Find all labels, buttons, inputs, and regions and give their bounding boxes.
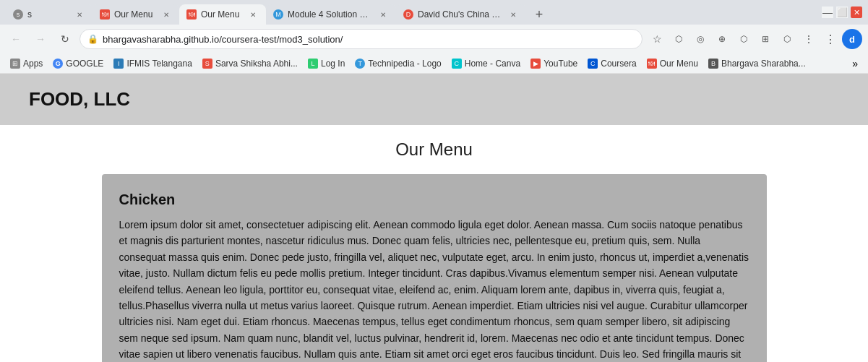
bookmark-label-apps: Apps [23, 59, 43, 69]
tab-favicon-ourmenu2: 🍽 [186, 9, 197, 20]
site-title: FOOD, LLC [29, 88, 839, 111]
bookmark-ifmis[interactable]: I IFMIS Telangana [109, 57, 197, 70]
address-bar[interactable]: 🔒 bhargavasharabha.github.io/coursera-te… [80, 29, 643, 49]
extension-icon-6[interactable]: ⬡ [777, 29, 797, 49]
tab-david[interactable]: D David Chu's China Bistro ✕ [396, 4, 526, 25]
tab-ourmenu1[interactable]: 🍽 Our Menu ✕ [93, 4, 179, 25]
bookmark-login[interactable]: L Log In [304, 57, 349, 70]
tab-label-s: s [27, 9, 69, 20]
extensions-button[interactable]: ⋮ [799, 29, 819, 49]
tab-strip: s s ✕ 🍽 Our Menu ✕ 🍽 Our Menu ✕ M Module… [6, 0, 816, 25]
bookmark-favicon-youtube: ▶ [530, 59, 541, 69]
bookmark-favicon-bhargava: B [708, 59, 718, 69]
forward-button[interactable]: → [30, 29, 51, 49]
maximize-button[interactable]: ⬜ [836, 7, 848, 18]
bookmark-canva[interactable]: C Home - Canva [447, 57, 525, 70]
bookmark-label-bhargava: Bhargava Sharabha... [721, 59, 806, 69]
main-content: Our Menu Chicken Lorem ipsum dolor sit a… [73, 125, 796, 362]
title-bar: s s ✕ 🍽 Our Menu ✕ 🍽 Our Menu ✕ M Module… [0, 0, 868, 25]
menu-section-chicken: Chicken Lorem ipsum dolor sit amet, cons… [102, 174, 767, 362]
new-tab-button[interactable]: + [529, 4, 549, 25]
extension-icon-3[interactable]: ⊕ [712, 29, 732, 49]
close-icon: ✕ [854, 8, 860, 17]
page-content: FOOD, LLC Our Menu Chicken Lorem ipsum d… [0, 74, 868, 362]
chicken-heading: Chicken [119, 191, 749, 208]
site-header: FOOD, LLC [0, 74, 868, 125]
more-menu-button[interactable]: ⋮ [820, 29, 841, 49]
bookmark-label-technipedia: Technipedia - Logo [368, 59, 441, 69]
tab-favicon-m4: M [273, 9, 283, 20]
bookmark-coursera[interactable]: C Coursera [583, 57, 640, 70]
bookmark-google[interactable]: G GOOGLE [48, 57, 108, 70]
bookmark-sarva[interactable]: S Sarva Shiksha Abhi... [198, 57, 302, 70]
bookmark-favicon-coursera: C [588, 59, 598, 69]
tab-label-m4: Module 4 Solution Starter [288, 9, 373, 20]
bookmark-favicon-google: G [53, 59, 63, 69]
lock-icon: 🔒 [87, 34, 98, 44]
bookmark-ourmenu[interactable]: 🍽 Our Menu [643, 57, 702, 70]
tab-close-david[interactable]: ✕ [507, 9, 519, 20]
bookmark-label-ifmis: IFMIS Telangana [126, 59, 192, 69]
minimize-button[interactable]: — [822, 7, 833, 18]
bookmark-favicon-login: L [308, 59, 318, 69]
extension-icon-2[interactable]: ◎ [690, 29, 710, 49]
bookmark-favicon-apps: ⊞ [10, 59, 20, 69]
bookmark-label-sarva: Sarva Shiksha Abhi... [215, 59, 298, 69]
bookmark-label-google: GOOGLE [66, 59, 103, 69]
tab-favicon-ourmenu1: 🍽 [100, 9, 110, 20]
tab-label-ourmenu2: Our Menu [201, 9, 243, 20]
tab-s[interactable]: s s ✕ [6, 4, 93, 25]
bookmark-favicon-technipedia: T [355, 59, 365, 69]
tab-close-m4[interactable]: ✕ [377, 9, 389, 20]
tab-favicon-s: s [13, 9, 23, 20]
bookmark-label-coursera: Coursera [601, 59, 636, 69]
bookmark-label-ourmenu: Our Menu [660, 59, 698, 69]
bookmark-apps[interactable]: ⊞ Apps [6, 57, 47, 70]
bookmark-star-button[interactable]: ☆ [647, 29, 667, 49]
bookmark-label-login: Log In [321, 59, 345, 69]
tab-close-ourmenu2[interactable]: ✕ [247, 9, 259, 20]
bookmark-bhargava[interactable]: B Bhargava Sharabha... [704, 57, 810, 70]
bookmark-favicon-ourmenu: 🍽 [647, 59, 657, 69]
back-button[interactable]: ← [6, 29, 26, 49]
close-button[interactable]: ✕ [851, 7, 862, 18]
bookmark-label-canva: Home - Canva [465, 59, 520, 69]
nav-icons: ☆ ⬡ ◎ ⊕ ⬡ ⊞ ⬡ ⋮ ⋮ d [647, 29, 862, 49]
address-text: bhargavasharabha.github.io/coursera-test… [103, 34, 635, 45]
tab-label-david: David Chu's China Bistro [418, 9, 503, 20]
bookmark-favicon-ifmis: I [113, 59, 124, 69]
bookmark-favicon-canva: C [452, 59, 462, 69]
browser-chrome: s s ✕ 🍽 Our Menu ✕ 🍽 Our Menu ✕ M Module… [0, 0, 868, 74]
nav-bar: ← → ↻ 🔒 bhargavasharabha.github.io/cours… [0, 25, 868, 53]
bookmarks-bar: ⊞ Apps G GOOGLE I IFMIS Telangana S Sarv… [0, 53, 868, 74]
extension-icon-5[interactable]: ⊞ [755, 29, 775, 49]
tab-m4[interactable]: M Module 4 Solution Starter ✕ [266, 4, 396, 25]
extension-icon-4[interactable]: ⬡ [734, 29, 754, 49]
tab-ourmenu2[interactable]: 🍽 Our Menu ✕ [179, 4, 266, 25]
bookmark-youtube[interactable]: ▶ YouTube [526, 57, 582, 70]
tab-close-s[interactable]: ✕ [74, 9, 85, 20]
extension-icon-1[interactable]: ⬡ [669, 29, 689, 49]
bookmarks-more-button[interactable]: » [848, 56, 862, 71]
chicken-body: Lorem ipsum dolor sit amet, consectetuer… [119, 217, 749, 362]
tab-close-ourmenu1[interactable]: ✕ [160, 9, 172, 20]
reload-button[interactable]: ↻ [55, 29, 75, 49]
bookmark-technipedia[interactable]: T Technipedia - Logo [351, 57, 445, 70]
tab-favicon-david: D [403, 9, 413, 20]
menu-title: Our Menu [102, 139, 767, 160]
bookmark-favicon-sarva: S [202, 59, 212, 69]
profile-avatar[interactable]: d [842, 29, 862, 49]
bookmark-label-youtube: YouTube [543, 59, 577, 69]
tab-label-ourmenu1: Our Menu [114, 9, 156, 20]
window-controls: — ⬜ ✕ [822, 7, 862, 18]
